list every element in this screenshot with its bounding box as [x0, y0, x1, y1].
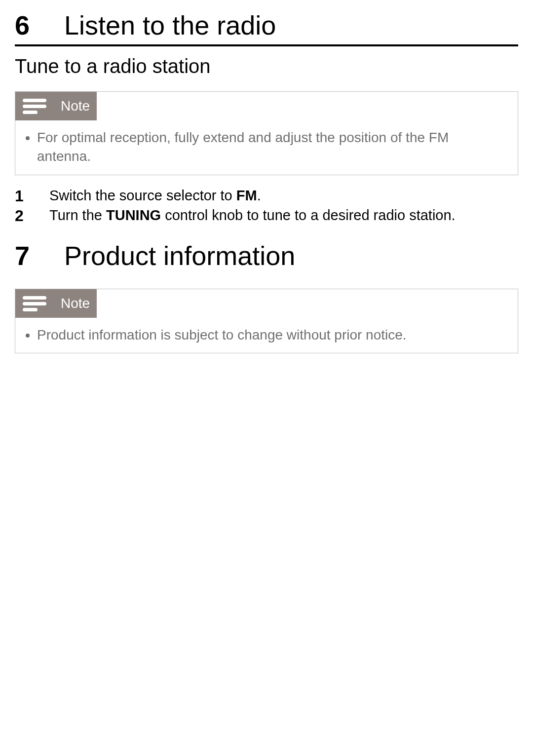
section-heading-7: 7 Product information	[15, 240, 518, 271]
section-rule	[15, 44, 518, 46]
step-1: 1 Switch the source selector to FM.	[15, 186, 518, 206]
step-text: Turn the TUNING control knob to tune to …	[49, 206, 456, 225]
step-2: 2 Turn the TUNING control knob to tune t…	[15, 206, 518, 226]
section-number: 6	[15, 10, 64, 40]
note-body: For optimal reception, fully extend and …	[15, 120, 518, 175]
note-icon	[15, 92, 54, 120]
note-item: For optimal reception, fully extend and …	[37, 128, 506, 166]
step-number: 2	[15, 206, 49, 226]
svg-rect-2	[23, 111, 38, 114]
step-text-pre: Switch the source selector to	[49, 188, 236, 203]
note-label: Note	[54, 289, 97, 318]
note-body: Product information is subject to change…	[15, 318, 518, 353]
page: 6 Listen to the radio Tune to a radio st…	[0, 0, 533, 353]
note-label: Note	[54, 92, 97, 120]
svg-rect-3	[23, 296, 46, 300]
section-title: Product information	[64, 240, 295, 271]
note-box: Note For optimal reception, fully extend…	[15, 91, 518, 175]
note-icon	[15, 289, 54, 318]
subsection-title: Tune to a radio station	[15, 55, 518, 77]
step-text-post: .	[257, 188, 261, 203]
section-heading-6: 6 Listen to the radio	[15, 10, 518, 40]
svg-rect-0	[23, 99, 46, 102]
svg-rect-5	[23, 308, 38, 311]
steps-list: 1 Switch the source selector to FM. 2 Tu…	[15, 186, 518, 226]
note-lines-icon	[22, 97, 47, 115]
svg-rect-1	[23, 105, 46, 108]
step-text: Switch the source selector to FM.	[49, 186, 261, 205]
step-number: 1	[15, 186, 49, 206]
step-text-pre: Turn the	[49, 207, 106, 223]
step-text-bold: TUNING	[106, 207, 161, 223]
section-number: 7	[15, 240, 64, 271]
svg-rect-4	[23, 302, 46, 305]
note-box: Note Product information is subject to c…	[15, 289, 518, 354]
note-lines-icon	[22, 294, 47, 313]
note-item: Product information is subject to change…	[37, 326, 506, 344]
section-title: Listen to the radio	[64, 10, 276, 40]
note-header: Note	[15, 289, 518, 318]
step-text-bold: FM	[236, 188, 257, 203]
note-header: Note	[15, 92, 518, 120]
step-text-post: control knob to tune to a desired radio …	[161, 207, 455, 223]
